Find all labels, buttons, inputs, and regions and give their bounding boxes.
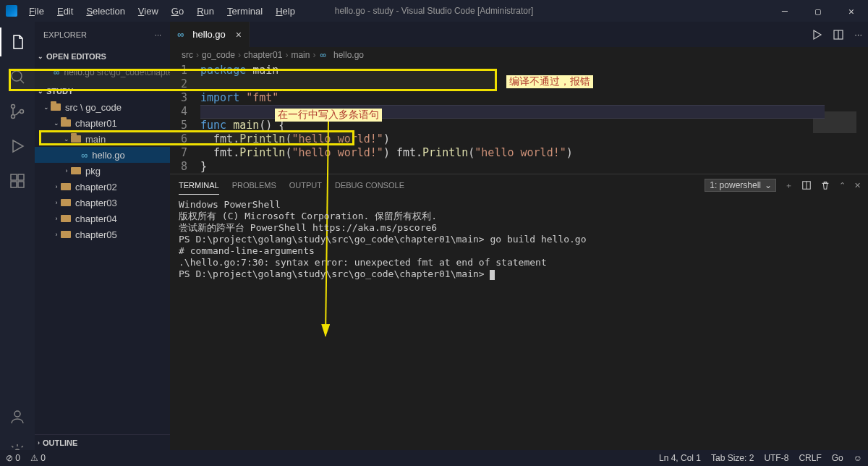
annotation-bottom: 编译不通过，报错 bbox=[506, 75, 593, 88]
panel: TERMINALPROBLEMSOUTPUTDEBUG CONSOLE 1: p… bbox=[170, 174, 868, 368]
panel-tab-debug-console[interactable]: DEBUG CONSOLE bbox=[335, 177, 404, 194]
status-item[interactable]: UTF-8 bbox=[764, 453, 788, 463]
more-icon[interactable]: ··· bbox=[155, 30, 161, 39]
folder-icon bbox=[61, 119, 71, 127]
highlight-box-terminal bbox=[9, 69, 497, 91]
status-errors[interactable]: ⊘ 0 bbox=[6, 453, 20, 463]
explorer-title: EXPLORER bbox=[43, 30, 87, 39]
folder-icon bbox=[61, 199, 71, 206]
svg-point-1 bbox=[12, 105, 15, 109]
panel-tab-problems[interactable]: PROBLEMS bbox=[232, 177, 276, 194]
close-button[interactable]: ✕ bbox=[835, 0, 868, 22]
breadcrumb-item[interactable]: chapter01 bbox=[244, 50, 282, 60]
tab-hello-go[interactable]: ∞ hello.go × bbox=[170, 22, 250, 47]
go-file-icon: ∞ bbox=[81, 150, 88, 161]
editor-tabs: ∞ hello.go × ··· bbox=[170, 22, 868, 47]
close-tab-icon[interactable]: × bbox=[236, 29, 242, 41]
svg-point-8 bbox=[14, 411, 20, 417]
explorer-icon[interactable] bbox=[0, 27, 35, 56]
accounts-icon[interactable] bbox=[0, 402, 35, 431]
title-bar: FileEditSelectionViewGoRunTerminalHelp h… bbox=[0, 0, 868, 22]
menu-bar: FileEditSelectionViewGoRunTerminalHelp bbox=[23, 3, 301, 20]
folder-item[interactable]: ›pkg bbox=[35, 163, 170, 179]
breadcrumb-item[interactable]: src bbox=[182, 50, 193, 60]
breadcrumb-item[interactable]: go_code bbox=[202, 50, 235, 60]
menu-run[interactable]: Run bbox=[191, 3, 220, 20]
maximize-panel-icon[interactable]: ⌃ bbox=[839, 181, 846, 190]
menu-go[interactable]: Go bbox=[166, 3, 190, 20]
vscode-logo-icon bbox=[6, 5, 17, 17]
svg-rect-4 bbox=[11, 174, 17, 180]
status-item[interactable]: Go bbox=[832, 453, 843, 463]
panel-tabs: TERMINALPROBLEMSOUTPUTDEBUG CONSOLE 1: p… bbox=[170, 174, 868, 196]
breadcrumb-item[interactable]: main bbox=[291, 50, 310, 60]
menu-view[interactable]: View bbox=[132, 3, 164, 20]
extensions-icon[interactable] bbox=[0, 166, 35, 195]
minimap[interactable] bbox=[813, 111, 856, 169]
terminal[interactable]: Windows PowerShell版权所有 (C) Microsoft Cor… bbox=[170, 196, 868, 368]
svg-rect-5 bbox=[18, 174, 24, 180]
menu-edit[interactable]: Edit bbox=[51, 3, 79, 20]
terminal-selector[interactable]: 1: powershell bbox=[705, 179, 776, 192]
panel-tab-terminal[interactable]: TERMINAL bbox=[179, 177, 219, 195]
new-terminal-icon[interactable]: ＋ bbox=[785, 180, 793, 191]
highlight-box-code bbox=[39, 130, 354, 145]
menu-terminal[interactable]: Terminal bbox=[221, 3, 268, 20]
file-item[interactable]: ∞hello.go bbox=[35, 147, 170, 163]
status-item[interactable]: ☺ bbox=[854, 453, 862, 463]
svg-point-2 bbox=[12, 115, 15, 119]
breadcrumb-item[interactable]: hello.go bbox=[333, 50, 364, 60]
folder-icon bbox=[51, 103, 61, 111]
menu-help[interactable]: Help bbox=[270, 3, 301, 20]
status-item[interactable]: Tab Size: 2 bbox=[711, 453, 754, 463]
status-bar: ⊘ 0 ⚠ 0 Ln 4, Col 1Tab Size: 2UTF-8CRLFG… bbox=[0, 450, 868, 466]
menu-selection[interactable]: Selection bbox=[80, 3, 130, 20]
folder-icon bbox=[61, 183, 71, 190]
folder-item[interactable]: ›chapter02 bbox=[35, 179, 170, 195]
go-file-icon: ∞ bbox=[177, 29, 184, 40]
status-item[interactable]: CRLF bbox=[799, 453, 821, 463]
window-title: hello.go - study - Visual Studio Code [A… bbox=[335, 6, 534, 16]
more-actions-icon[interactable]: ··· bbox=[854, 29, 862, 40]
kill-terminal-icon[interactable] bbox=[820, 180, 830, 190]
breadcrumbs[interactable]: src›go_code›chapter01›main›∞hello.go bbox=[170, 47, 868, 63]
outline-section[interactable]: ›OUTLINE bbox=[35, 434, 170, 450]
editor-area: ∞ hello.go × ··· src›go_code›chapter01›m… bbox=[170, 22, 868, 466]
folder-icon bbox=[71, 167, 81, 174]
menu-file[interactable]: File bbox=[23, 3, 50, 20]
file-tree: ⌄src \ go_code⌄chapter01⌄main∞hello.go›p… bbox=[35, 99, 170, 242]
folder-item[interactable]: ⌄src \ go_code bbox=[35, 99, 170, 115]
run-file-icon[interactable] bbox=[811, 29, 822, 41]
svg-rect-7 bbox=[18, 182, 24, 187]
run-debug-icon[interactable] bbox=[0, 132, 35, 161]
maximize-button[interactable]: ▢ bbox=[801, 0, 835, 22]
split-editor-icon[interactable] bbox=[833, 29, 844, 41]
svg-rect-6 bbox=[11, 182, 17, 187]
open-editors-section[interactable]: ⌄OPEN EDITORS bbox=[35, 48, 170, 64]
minimize-button[interactable]: ─ bbox=[768, 0, 801, 22]
status-warnings[interactable]: ⚠ 0 bbox=[30, 453, 46, 463]
folder-item[interactable]: ›chapter03 bbox=[35, 195, 170, 211]
folder-item[interactable]: ›chapter05 bbox=[35, 226, 170, 242]
close-panel-icon[interactable]: ✕ bbox=[854, 181, 861, 190]
folder-icon bbox=[61, 215, 71, 222]
folder-item[interactable]: ›chapter04 bbox=[35, 211, 170, 226]
split-terminal-icon[interactable] bbox=[801, 180, 812, 190]
source-control-icon[interactable] bbox=[0, 97, 35, 126]
panel-tab-output[interactable]: OUTPUT bbox=[289, 177, 322, 194]
status-item[interactable]: Ln 4, Col 1 bbox=[659, 453, 701, 463]
annotation-top: 在一行中写入多条语句 bbox=[275, 109, 382, 122]
folder-item[interactable]: ⌄chapter01 bbox=[35, 115, 170, 131]
folder-icon bbox=[61, 231, 71, 238]
svg-point-3 bbox=[20, 110, 24, 114]
